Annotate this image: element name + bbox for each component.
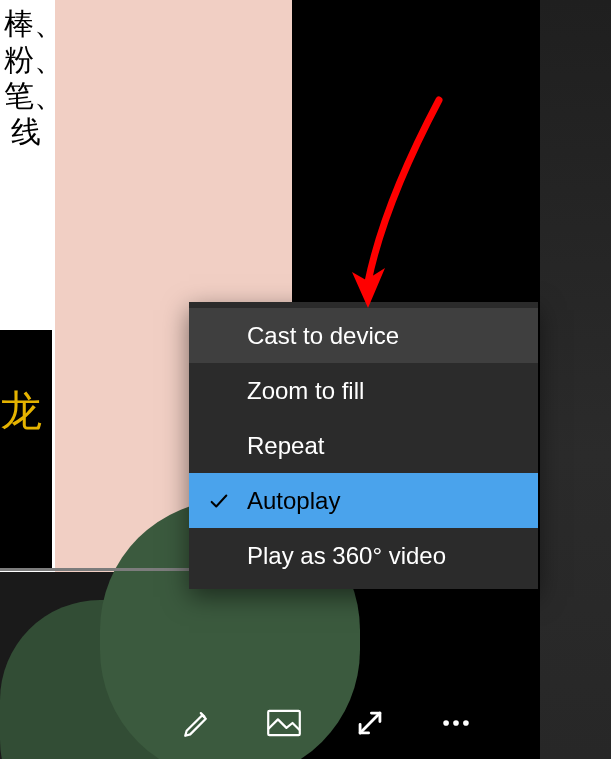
check-icon (207, 489, 231, 513)
background-gold-glyph: 龙 (0, 387, 42, 434)
more-button[interactable] (428, 695, 484, 751)
fullscreen-button[interactable] (342, 695, 398, 751)
svg-point-3 (463, 720, 469, 726)
menu-item-repeat[interactable]: Repeat (189, 418, 538, 473)
bottom-toolbar (0, 687, 540, 759)
menu-item-label: Play as 360° video (247, 542, 446, 570)
photo-icon (267, 709, 301, 737)
menu-item-autoplay[interactable]: Autoplay (189, 473, 538, 528)
background-black-box: 龙 (0, 330, 52, 568)
photo-button[interactable] (256, 695, 312, 751)
background-right-pane (540, 0, 611, 759)
svg-point-1 (443, 720, 449, 726)
menu-item-label: Cast to device (247, 322, 399, 350)
menu-item-label: Zoom to fill (247, 377, 364, 405)
menu-item-cast-to-device[interactable]: Cast to device (189, 308, 538, 363)
context-menu: Cast to device Zoom to fill Repeat Autop… (189, 302, 538, 589)
pencil-icon (181, 706, 215, 740)
menu-item-label: Autoplay (247, 487, 340, 515)
menu-item-label: Repeat (247, 432, 324, 460)
menu-item-zoom-to-fill[interactable]: Zoom to fill (189, 363, 538, 418)
svg-point-2 (453, 720, 459, 726)
background-cjk-text: 棒、 粉、 笔、 线 (4, 6, 48, 150)
fullscreen-icon (353, 706, 387, 740)
more-icon (439, 706, 473, 740)
viewer-window: 棒、 粉、 笔、 线 龙 (0, 0, 611, 759)
edit-button[interactable] (170, 695, 226, 751)
menu-item-play-360[interactable]: Play as 360° video (189, 528, 538, 583)
